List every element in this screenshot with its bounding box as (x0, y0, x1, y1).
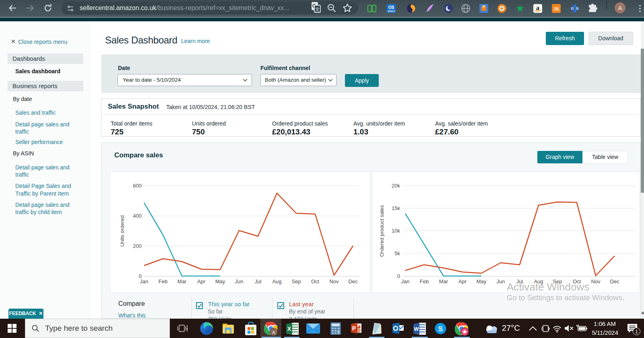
svg-text:a: a (536, 4, 539, 11)
svg-text:Feb: Feb (420, 278, 429, 284)
svg-text:X: X (287, 326, 291, 332)
svg-text:10k: 10k (392, 228, 400, 234)
svg-text:May: May (477, 278, 487, 284)
svg-text:Mar: Mar (439, 278, 448, 284)
svg-text:文: 文 (315, 6, 320, 12)
svg-text:Sep: Sep (291, 278, 301, 284)
svg-text:Apr: Apr (197, 278, 206, 284)
svg-text:400: 400 (133, 213, 142, 219)
svg-text:200: 200 (133, 243, 142, 249)
svg-text:15k: 15k (392, 205, 400, 211)
svg-text:Dec: Dec (348, 278, 358, 284)
svg-text:Jun: Jun (235, 278, 244, 284)
svg-text:Jan: Jan (401, 278, 410, 284)
svg-text:P: P (352, 325, 356, 332)
svg-text:Aug: Aug (272, 278, 281, 284)
svg-text:Oct: Oct (311, 278, 320, 284)
svg-text:600: 600 (133, 183, 142, 189)
svg-text:S: S (438, 325, 443, 333)
svg-text:Apr: Apr (458, 278, 467, 284)
svg-text:May: May (215, 278, 225, 284)
svg-text:Jul: Jul (255, 278, 262, 284)
svg-text:Ordered product sales: Ordered product sales (379, 205, 385, 257)
svg-text:Mar: Mar (178, 278, 187, 284)
svg-text:Jun: Jun (497, 278, 505, 284)
svg-text:OS: OS (388, 5, 394, 10)
svg-text:Nov: Nov (329, 278, 339, 284)
svg-text:20k: 20k (392, 183, 400, 189)
svg-text:0: 0 (397, 273, 400, 279)
svg-text:JS: JS (553, 6, 559, 11)
svg-text:5k: 5k (394, 250, 400, 256)
svg-text:addon: addon (388, 10, 395, 12)
svg-text:Dec: Dec (610, 278, 619, 284)
svg-text:Units ordered: Units ordered (119, 215, 125, 247)
svg-text:Nov: Nov (591, 278, 601, 284)
svg-text:W: W (414, 326, 419, 332)
svg-text:Jan: Jan (140, 278, 149, 284)
svg-text:Feb: Feb (159, 278, 167, 284)
